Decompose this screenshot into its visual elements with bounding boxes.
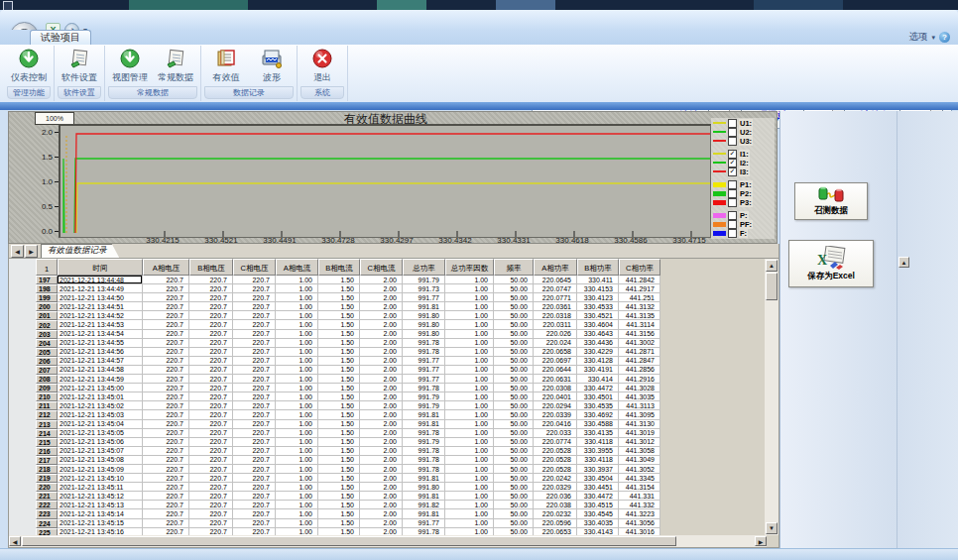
cell-value[interactable]: 330.414: [577, 375, 619, 384]
chevron-down-icon[interactable]: ▾: [931, 34, 935, 42]
cell-value[interactable]: 1.50: [318, 330, 360, 339]
cell-value[interactable]: 220.7: [233, 357, 276, 366]
cell-value[interactable]: 220.0528: [534, 465, 577, 474]
cell-value[interactable]: 2.00: [360, 330, 403, 339]
cell-time[interactable]: 2021-12-21 13:44:52: [58, 311, 143, 320]
ribbon-button-波形[interactable]: 波形: [249, 46, 295, 85]
cell-value[interactable]: 2.00: [360, 401, 403, 410]
cell-value[interactable]: 2.00: [360, 293, 403, 302]
cell-value[interactable]: 1.00: [445, 492, 494, 501]
cell-value[interactable]: 220.7: [189, 320, 233, 329]
cell-value[interactable]: 220.0697: [534, 357, 577, 366]
cell-value[interactable]: 220.7: [233, 519, 276, 528]
cell-value[interactable]: 991.82: [403, 501, 445, 509]
cell-value[interactable]: 1.00: [276, 509, 318, 518]
cell-value[interactable]: 2.00: [360, 420, 403, 429]
cell-value[interactable]: 220.7: [143, 357, 189, 366]
legend-checkbox[interactable]: [728, 128, 737, 137]
cell-value[interactable]: 1.50: [318, 401, 360, 410]
cell-time[interactable]: 2021-12-21 13:45:02: [58, 401, 143, 410]
cell-value[interactable]: 1.00: [445, 420, 494, 429]
cell-value[interactable]: 220.0242: [534, 474, 577, 483]
cell-value[interactable]: 220.7: [189, 302, 233, 311]
cell-value[interactable]: 1.00: [276, 483, 318, 492]
cell-value[interactable]: 1.50: [318, 366, 360, 375]
cell-value[interactable]: 330.4436: [577, 339, 619, 348]
cell-value[interactable]: 2.00: [360, 392, 403, 401]
legend-checkbox[interactable]: [728, 180, 737, 189]
cell-value[interactable]: 220.026: [534, 330, 577, 339]
cell-time[interactable]: 2021-12-21 13:45:05: [58, 429, 143, 438]
cell-value[interactable]: 1.50: [318, 320, 360, 329]
cell-value[interactable]: 50.00: [494, 420, 534, 429]
cell-value[interactable]: 50.00: [494, 429, 534, 438]
cell-value[interactable]: 220.0311: [534, 320, 577, 329]
cell-value[interactable]: 991.80: [403, 330, 445, 339]
legend-checkbox[interactable]: [728, 137, 737, 146]
cell-time[interactable]: 2021-12-21 13:45:04: [58, 420, 143, 429]
cell-value[interactable]: 50.00: [494, 284, 534, 293]
cell-value[interactable]: 330.4128: [577, 357, 619, 366]
cell-value[interactable]: 220.7: [143, 339, 189, 348]
cell-value[interactable]: 991.77: [403, 519, 445, 528]
cell-value[interactable]: 1.00: [445, 293, 494, 302]
cell-value[interactable]: 441.3130: [619, 420, 660, 429]
column-header-频率[interactable]: 频率: [494, 259, 534, 276]
cell-value[interactable]: 220.0416: [534, 420, 577, 429]
cell-value[interactable]: 1.00: [445, 311, 494, 320]
column-header-A相电压[interactable]: A相电压: [143, 259, 189, 276]
cell-value[interactable]: 1.00: [445, 392, 494, 401]
cell-value[interactable]: 220.7: [143, 456, 189, 465]
cell-value[interactable]: 50.00: [494, 483, 534, 492]
cell-value[interactable]: 2.00: [360, 456, 403, 465]
cell-value[interactable]: 441.3135: [619, 311, 660, 320]
cell-value[interactable]: 220.033: [534, 429, 577, 438]
cell-value[interactable]: 220.7: [189, 311, 233, 320]
column-header-C相电压[interactable]: C相电压: [233, 259, 276, 276]
cell-value[interactable]: 2.00: [360, 483, 403, 492]
cell-value[interactable]: 330.4692: [577, 410, 619, 419]
cell-value[interactable]: 220.7: [189, 465, 233, 474]
cell-value[interactable]: 50.00: [494, 339, 534, 348]
ribbon-button-有效值[interactable]: 有效值: [203, 46, 249, 85]
cell-value[interactable]: 220.0361: [534, 302, 577, 311]
cell-value[interactable]: 220.7: [189, 366, 233, 375]
cell-time[interactable]: 2021-12-21 13:45:01: [58, 392, 143, 401]
cell-time[interactable]: 2021-12-21 13:44:50: [58, 293, 143, 302]
scroll-left-icon[interactable]: ◀: [9, 536, 21, 546]
cell-value[interactable]: 220.7: [143, 429, 189, 438]
cell-value[interactable]: 1.00: [445, 384, 494, 392]
cell-value[interactable]: 330.3937: [577, 465, 619, 474]
legend-checkbox[interactable]: ✓: [728, 168, 737, 176]
column-header-总功率[interactable]: 总功率: [403, 259, 445, 276]
cell-value[interactable]: 220.0401: [534, 392, 577, 401]
cell-value[interactable]: 1.00: [445, 320, 494, 329]
cell-value[interactable]: 220.0596: [534, 519, 577, 528]
cell-value[interactable]: 220.036: [534, 492, 577, 501]
cell-value[interactable]: 1.00: [445, 456, 494, 465]
cell-value[interactable]: 1.50: [318, 447, 360, 456]
cell-value[interactable]: 2.00: [360, 366, 403, 375]
cell-value[interactable]: 991.77: [403, 357, 445, 366]
cell-time[interactable]: 2021-12-21 13:45:07: [58, 447, 143, 456]
cell-value[interactable]: 1.00: [276, 320, 318, 329]
cell-value[interactable]: 220.7: [189, 375, 233, 384]
ribbon-button-软件设置[interactable]: 软件设置: [57, 46, 102, 85]
cell-value[interactable]: 50.00: [494, 384, 534, 392]
ribbon-button-退出[interactable]: 退出: [299, 46, 345, 85]
cell-value[interactable]: 220.7: [143, 348, 189, 357]
cell-value[interactable]: 220.7: [233, 330, 276, 339]
scroll-up-icon[interactable]: ▲: [898, 257, 909, 268]
cell-value[interactable]: 50.00: [494, 392, 534, 401]
cell-value[interactable]: 220.0232: [534, 509, 577, 518]
cell-time[interactable]: 2021-12-21 13:45:03: [58, 410, 143, 419]
cell-value[interactable]: 1.50: [318, 519, 360, 528]
cell-value[interactable]: 50.00: [494, 492, 534, 501]
cell-value[interactable]: 220.7: [233, 293, 276, 302]
cell-value[interactable]: 220.7: [233, 438, 276, 447]
scroll-right-icon[interactable]: ▶: [755, 536, 767, 546]
cell-value[interactable]: 1.00: [276, 384, 318, 392]
cell-value[interactable]: 220.7: [143, 276, 189, 284]
cell-value[interactable]: 2.00: [360, 276, 403, 284]
cell-value[interactable]: 220.7: [233, 366, 276, 375]
